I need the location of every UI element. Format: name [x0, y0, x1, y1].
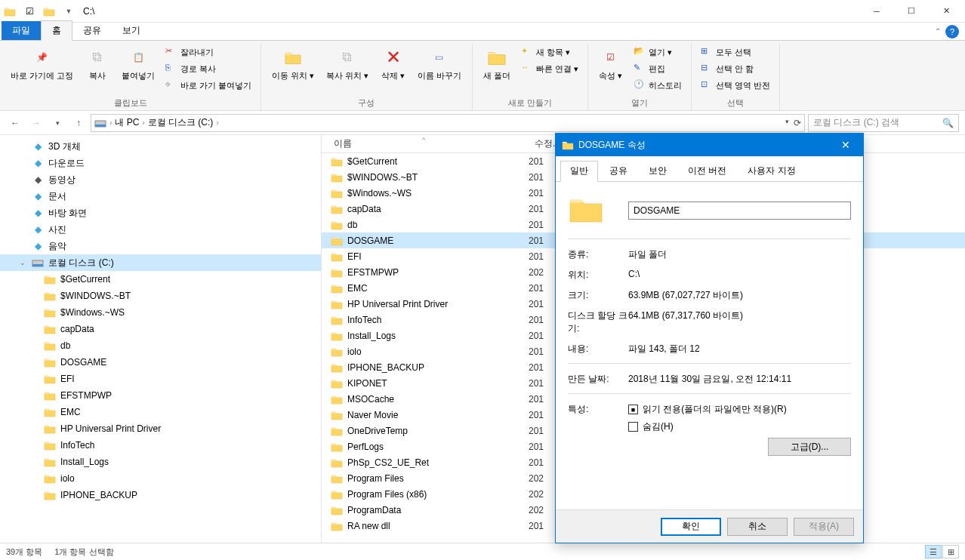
- nav-folder[interactable]: db: [0, 337, 321, 354]
- dialog-tab-security[interactable]: 보안: [639, 161, 677, 181]
- view-details-button[interactable]: ☰: [925, 545, 942, 558]
- group-organize: 구성: [267, 96, 465, 110]
- forward-button[interactable]: →: [27, 114, 45, 132]
- location-value: C:\: [628, 269, 851, 282]
- dialog-tab-customize[interactable]: 사용자 지정: [738, 161, 805, 181]
- address-dropdown[interactable]: ▾: [785, 118, 789, 128]
- up-button[interactable]: ↑: [69, 114, 88, 132]
- properties-button[interactable]: ☑속성 ▾: [594, 44, 627, 96]
- dialog-tabs: 일반 공유 보안 이전 버전 사용자 지정: [556, 156, 863, 182]
- new-item-button[interactable]: ✦새 항목 ▾: [518, 44, 581, 60]
- nav-item[interactable]: ◆동영상: [0, 171, 321, 188]
- select-all-button[interactable]: ⊞모두 선택: [698, 44, 773, 60]
- drive-icon: [94, 118, 106, 128]
- ribbon-tabs: 파일 홈 공유 보기 ⌃ ?: [0, 23, 965, 41]
- dialog-close-button[interactable]: ✕: [834, 139, 857, 151]
- nav-folder[interactable]: capData: [0, 321, 321, 337]
- nav-folder[interactable]: EFI: [0, 371, 321, 387]
- cancel-button[interactable]: 취소: [727, 518, 788, 536]
- sizedisk-label: 디스크 할당 크기:: [568, 309, 628, 335]
- nav-folder[interactable]: $Windows.~WS: [0, 304, 321, 321]
- nav-folder[interactable]: HP Universal Print Driver: [0, 420, 321, 437]
- rename-button[interactable]: ▭이름 바꾸기: [413, 44, 466, 96]
- refresh-button[interactable]: ⟳: [794, 118, 801, 128]
- nav-folder[interactable]: Install_Logs: [0, 454, 321, 470]
- qat-dropdown[interactable]: ▼: [60, 3, 77, 20]
- nav-item[interactable]: ◆사진: [0, 221, 321, 238]
- navigation-pane[interactable]: ◆3D 개체◆다운로드◆동영상◆문서◆바탕 화면◆사진◆음악⌄로컬 디스크 (C…: [0, 135, 322, 543]
- address-bar[interactable]: › 내 PC › 로컬 디스크 (C:) › ▾ ⟳: [91, 114, 805, 132]
- select-none-button[interactable]: ⊟선택 안 함: [698, 60, 773, 77]
- pin-button[interactable]: 📌바로 가기에 고정: [6, 44, 78, 96]
- type-label: 종류:: [568, 248, 628, 261]
- qat-newfolder-icon[interactable]: [41, 3, 57, 20]
- folder-name-input[interactable]: [628, 202, 851, 220]
- tab-home[interactable]: 홈: [41, 20, 72, 41]
- help-icon[interactable]: ?: [945, 25, 959, 38]
- apply-button[interactable]: 적용(A): [794, 518, 854, 536]
- cut-button[interactable]: ✂잘라내기: [162, 44, 254, 60]
- contains-value: 파일 143, 폴더 12: [628, 343, 851, 355]
- item-count: 39개 항목: [6, 546, 42, 558]
- titlebar: ☑ ▼ C:\ ─ ☐ ✕: [0, 0, 965, 23]
- readonly-checkbox[interactable]: ■읽기 전용(폴더의 파일에만 적용)(R): [628, 403, 851, 416]
- nav-item[interactable]: ◆문서: [0, 188, 321, 205]
- breadcrumb-pc[interactable]: 내 PC: [115, 116, 139, 129]
- invert-selection-button[interactable]: ⊡선택 영역 반전: [698, 77, 773, 94]
- breadcrumb-drive[interactable]: 로컬 디스크 (C:): [148, 116, 214, 129]
- copy-path-button[interactable]: ⎘경로 복사: [162, 60, 254, 77]
- history-button[interactable]: 🕐히스토리: [630, 77, 685, 94]
- dialog-tab-previous[interactable]: 이전 버전: [678, 161, 736, 181]
- search-placeholder: 로컬 디스크 (C:) 검색: [813, 116, 942, 129]
- back-button[interactable]: ←: [6, 114, 24, 132]
- minimize-button[interactable]: ─: [859, 0, 894, 23]
- close-button[interactable]: ✕: [929, 0, 963, 23]
- nav-item[interactable]: ◆음악: [0, 238, 321, 254]
- maximize-button[interactable]: ☐: [894, 0, 929, 23]
- nav-folder[interactable]: EFSTMPWP: [0, 387, 321, 404]
- nav-item[interactable]: ◆다운로드: [0, 155, 321, 171]
- copy-to-button[interactable]: ⿻복사 위치 ▾: [322, 44, 373, 96]
- created-label: 만든 날짜:: [568, 373, 628, 386]
- paste-shortcut-button[interactable]: ⎆바로 가기 붙여넣기: [162, 77, 254, 94]
- recent-dropdown[interactable]: ▾: [48, 114, 66, 132]
- ok-button[interactable]: 확인: [661, 518, 721, 536]
- ribbon: 📌바로 가기에 고정 ⿻복사 📋붙여넣기 ✂잘라내기 ⎘경로 복사 ⎆바로 가기…: [0, 41, 965, 111]
- col-name-header[interactable]: 이름: [334, 138, 352, 149]
- nav-folder[interactable]: iolo: [0, 470, 321, 487]
- hidden-checkbox[interactable]: 숨김(H): [628, 420, 851, 433]
- ribbon-collapse[interactable]: ⌃: [935, 27, 941, 35]
- edit-button[interactable]: ✎편집: [630, 60, 685, 77]
- open-button[interactable]: 📂열기 ▾: [630, 44, 685, 60]
- easy-access-button[interactable]: ↔빠른 연결 ▾: [518, 60, 581, 77]
- advanced-button[interactable]: 고급(D)...: [768, 438, 851, 456]
- tab-share[interactable]: 공유: [72, 21, 112, 40]
- created-value: 2018년 11월 30일 금요일, 오전 12:14:11: [628, 373, 851, 386]
- new-folder-button[interactable]: 새 폴더: [479, 44, 515, 96]
- nav-folder[interactable]: $GetCurrent: [0, 271, 321, 288]
- nav-folder[interactable]: EMC: [0, 404, 321, 420]
- nav-folder[interactable]: $WINDOWS.~BT: [0, 288, 321, 304]
- nav-folder[interactable]: IPHONE_BACKUP: [0, 487, 321, 503]
- explorer-icon: [2, 3, 18, 20]
- dialog-titlebar[interactable]: DOSGAME 속성 ✕: [556, 134, 863, 156]
- paste-button[interactable]: 📋붙여넣기: [117, 44, 159, 96]
- dialog-tab-general[interactable]: 일반: [560, 161, 598, 182]
- nav-folder[interactable]: DOSGAME: [0, 354, 321, 371]
- nav-item[interactable]: ◆바탕 화면: [0, 205, 321, 221]
- status-bar: 39개 항목 1개 항목 선택함 ☰ ⊞: [0, 543, 965, 560]
- dialog-tab-sharing[interactable]: 공유: [600, 161, 637, 181]
- copy-button[interactable]: ⿻복사: [81, 44, 114, 96]
- nav-item[interactable]: ◆3D 개체: [0, 138, 321, 155]
- tab-file[interactable]: 파일: [2, 21, 41, 40]
- nav-drive[interactable]: ⌄로컬 디스크 (C:): [0, 254, 321, 271]
- view-icons-button[interactable]: ⊞: [942, 545, 959, 558]
- nav-folder[interactable]: InfoTech: [0, 437, 321, 454]
- type-value: 파일 폴더: [628, 248, 851, 261]
- delete-button[interactable]: ✕삭제 ▾: [377, 44, 410, 96]
- search-icon: 🔍: [942, 118, 954, 128]
- qat-properties-icon[interactable]: ☑: [21, 3, 38, 20]
- move-to-button[interactable]: 이동 위치 ▾: [267, 44, 319, 96]
- tab-view[interactable]: 보기: [112, 21, 151, 40]
- search-input[interactable]: 로컬 디스크 (C:) 검색 🔍: [808, 114, 959, 132]
